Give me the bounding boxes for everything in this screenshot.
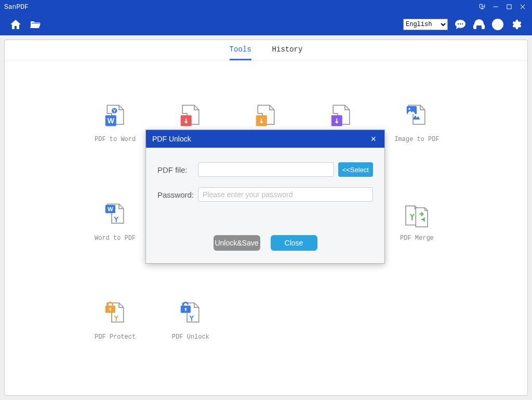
tool-word-to-pdf[interactable]: W Word to PDF: [83, 201, 148, 248]
tool-pdf-merge[interactable]: PDF Merge: [384, 201, 449, 248]
svg-text:W: W: [107, 117, 114, 125]
tool-image-to-pdf[interactable]: Image to PDF: [384, 102, 449, 149]
tab-history[interactable]: History: [272, 45, 303, 60]
password-label: Password:: [157, 190, 198, 199]
open-folder-icon[interactable]: [29, 18, 42, 31]
tool-label: Word to PDF: [95, 235, 136, 242]
account-icon[interactable]: [491, 18, 504, 31]
file-input[interactable]: [198, 162, 334, 177]
password-input[interactable]: [198, 187, 373, 202]
tool-pdf-to-word[interactable]: W PDF to Word: [83, 102, 148, 149]
tool-pdf-unlock[interactable]: PDF Unlock: [158, 300, 223, 347]
titlebar: SanPDF: [0, 0, 532, 14]
app-title: SanPDF: [4, 3, 474, 11]
word-to-pdf-icon: W: [101, 201, 130, 230]
dialog-title: PDF Unlock: [152, 135, 368, 143]
toolbar: English: [0, 14, 532, 35]
svg-point-10: [496, 21, 499, 24]
maximize-icon[interactable]: [504, 3, 514, 11]
tool-label: PDF to Word: [95, 136, 136, 143]
svg-point-5: [460, 23, 461, 24]
tabs: Tools History: [5, 40, 527, 61]
svg-point-6: [462, 23, 463, 24]
pdf-merge-icon: [402, 201, 431, 230]
select-file-button[interactable]: <<Select: [338, 162, 373, 177]
tool-label: PDF Protect: [95, 333, 136, 341]
pdf-orange-icon: [251, 102, 281, 132]
settings-icon[interactable]: [510, 18, 523, 31]
svg-rect-26: [185, 309, 186, 312]
pdf-unlock-icon: [176, 300, 205, 329]
svg-rect-7: [474, 25, 476, 29]
language-select[interactable]: English: [403, 19, 448, 30]
unlock-save-button[interactable]: Unlock&Save: [214, 235, 260, 251]
home-icon[interactable]: [9, 18, 22, 31]
tool-label: PDF Merge: [400, 235, 434, 242]
pdf-unlock-dialog: PDF Unlock × PDF file: <<Select Password…: [145, 130, 385, 264]
support-icon[interactable]: [473, 18, 485, 31]
pdf-protect-icon: [101, 300, 130, 329]
pdf-to-word-icon: W: [101, 102, 130, 132]
dialog-close-icon[interactable]: ×: [368, 134, 378, 145]
tool-label: PDF Unlock: [172, 333, 209, 341]
close-button[interactable]: Close: [271, 235, 317, 251]
minimize-icon[interactable]: [490, 3, 501, 11]
tab-tools[interactable]: Tools: [230, 45, 251, 60]
svg-rect-0: [493, 6, 498, 7]
pdf-red-icon: [176, 102, 205, 132]
file-label: PDF file:: [157, 165, 198, 174]
svg-text:W: W: [108, 206, 113, 212]
tool-label: Image to PDF: [394, 136, 439, 143]
image-to-pdf-icon: [402, 102, 431, 132]
svg-rect-23: [110, 309, 111, 312]
svg-point-18: [409, 108, 411, 110]
dialog-header: PDF Unlock ×: [146, 130, 384, 148]
close-icon[interactable]: [517, 3, 528, 11]
svg-rect-8: [482, 25, 484, 29]
svg-point-4: [458, 23, 459, 24]
svg-rect-1: [507, 5, 511, 9]
theme-icon[interactable]: [477, 3, 487, 11]
feedback-icon[interactable]: [454, 18, 467, 31]
pdf-purple-icon: [327, 102, 356, 132]
tool-pdf-protect[interactable]: PDF Protect: [83, 300, 148, 347]
